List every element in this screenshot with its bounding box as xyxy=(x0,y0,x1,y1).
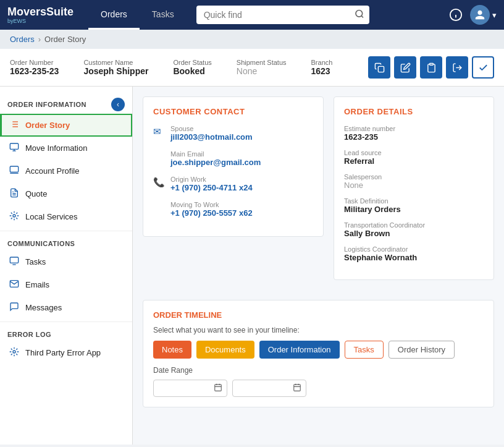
timeline-order-history-button[interactable]: Order History xyxy=(388,341,455,359)
origin-work-label: Origin Work xyxy=(170,176,253,183)
order-info-section-header: ORDER INFORMATION ‹ xyxy=(0,92,132,114)
spouse-details: Spouse jill2003@hotmail.com xyxy=(170,125,253,142)
logo: MoversSuite byEWS xyxy=(7,6,74,24)
task-definition-row: Task Definition Military Orders xyxy=(344,197,484,214)
content-columns: CUSTOMER CONTACT ✉ Spouse jill2003@hotma… xyxy=(133,87,504,300)
nav-tab-orders[interactable]: Orders xyxy=(88,1,140,30)
content-left: CUSTOMER CONTACT ✉ Spouse jill2003@hotma… xyxy=(143,96,324,290)
account-icon xyxy=(9,165,19,177)
order-status-value: Booked xyxy=(173,66,211,76)
customer-contact-card: CUSTOMER CONTACT ✉ Spouse jill2003@hotma… xyxy=(143,96,324,237)
copy-button[interactable] xyxy=(368,56,390,79)
edit-button[interactable] xyxy=(394,56,416,79)
date-from-input[interactable] xyxy=(153,380,227,397)
shipment-status-field: Shipment Status None xyxy=(237,59,287,76)
svg-rect-17 xyxy=(10,166,18,172)
customer-name-value: Joseph Shipper xyxy=(83,66,148,76)
email-icon xyxy=(9,279,19,291)
svg-rect-5 xyxy=(378,66,384,72)
breadcrumb-current: Order Story xyxy=(44,35,86,44)
search-button[interactable] xyxy=(355,9,364,21)
lead-source-value: Referral xyxy=(344,156,484,166)
contact-row-spouse: ✉ Spouse jill2003@hotmail.com xyxy=(153,125,313,142)
customer-name-label: Customer Name xyxy=(83,59,148,66)
timeline-title: ORDER TIMELINE xyxy=(153,310,484,320)
sidebar-item-emails[interactable]: Emails xyxy=(0,273,132,296)
date-from-wrapper xyxy=(153,380,227,397)
timeline-buttons: Notes Documents Order Information Tasks … xyxy=(153,341,484,359)
shipment-status-label: Shipment Status xyxy=(237,59,287,66)
clipboard-button[interactable] xyxy=(420,56,442,79)
svg-rect-22 xyxy=(10,257,18,263)
svg-point-0 xyxy=(356,11,363,17)
move-icon xyxy=(9,142,19,154)
search-input[interactable] xyxy=(196,6,369,24)
sidebar-item-account-profile[interactable]: Account Profile xyxy=(0,160,132,182)
content-area: CUSTOMER CONTACT ✉ Spouse jill2003@hotma… xyxy=(133,87,504,445)
order-header: Order Number 1623-235-23 Customer Name J… xyxy=(0,49,504,87)
svg-point-21 xyxy=(13,215,15,217)
order-number-label: Order Number xyxy=(10,59,59,66)
date-to-wrapper xyxy=(232,380,306,397)
salesperson-value: None xyxy=(344,181,484,190)
sidebar-item-quote-label: Quote xyxy=(25,189,47,198)
lead-source-row: Lead source Referral xyxy=(344,149,484,166)
moving-to-work-value: +1 (970) 250-5557 x62 xyxy=(170,208,253,218)
header-actions xyxy=(368,56,494,79)
transfer-button[interactable] xyxy=(446,56,468,79)
nav-tab-tasks[interactable]: Tasks xyxy=(140,1,187,30)
logo-sub: byEWS xyxy=(7,19,74,24)
logo-text: MoversSuite xyxy=(7,6,74,18)
timeline-tasks-button[interactable]: Tasks xyxy=(345,341,384,359)
sidebar-item-third-party-error[interactable]: Third Party Error App xyxy=(0,341,132,364)
sidebar-item-move-information[interactable]: Move Information xyxy=(0,137,132,160)
date-to-input[interactable] xyxy=(232,380,306,397)
sidebar-item-quote[interactable]: Quote xyxy=(0,182,132,205)
lead-source-label: Lead source xyxy=(344,149,484,156)
svg-point-24 xyxy=(13,351,15,353)
sidebar-collapse-button[interactable]: ‹ xyxy=(111,98,125,111)
main-email-label: Main Email xyxy=(170,150,261,158)
sidebar-item-messages-label: Messages xyxy=(25,303,62,312)
sidebar-item-local-services-label: Local Services xyxy=(25,212,78,221)
date-range-row xyxy=(153,380,484,397)
sidebar-divider-1 xyxy=(0,231,132,231)
logistics-coordinator-row: Logistics Coordinator Stephanie Wornath xyxy=(344,245,484,262)
order-details-card: ORDER DETAILS Estimate number 1623-235 L… xyxy=(334,96,494,280)
branch-label: Branch xyxy=(311,59,333,66)
phone-icon: 📞 xyxy=(153,177,164,188)
task-definition-value: Military Orders xyxy=(344,205,484,214)
sidebar-item-local-services[interactable]: Local Services xyxy=(0,205,132,228)
timeline-documents-button[interactable]: Documents xyxy=(196,341,254,359)
breadcrumb-orders[interactable]: Orders xyxy=(10,35,35,44)
customer-name-field: Customer Name Joseph Shipper xyxy=(83,59,148,76)
logistics-coordinator-label: Logistics Coordinator xyxy=(344,245,484,253)
transportation-coordinator-value: Sally Brown xyxy=(344,229,484,238)
error-icon xyxy=(9,347,19,359)
order-timeline-section: ORDER TIMELINE Select what you want to s… xyxy=(143,300,494,407)
main-layout: ORDER INFORMATION ‹ Order Story Move Inf… xyxy=(0,87,504,445)
search-area xyxy=(196,6,369,24)
sidebar-item-messages[interactable]: Messages xyxy=(0,296,132,319)
date-range-label: Date Range xyxy=(153,366,484,375)
top-navigation: MoversSuite byEWS Orders Tasks ▾ xyxy=(0,0,504,30)
spouse-label: Spouse xyxy=(170,125,253,132)
nav-right: ▾ xyxy=(449,5,497,25)
transportation-coordinator-row: Transportation Coordinator Sally Brown xyxy=(344,221,484,238)
info-button[interactable] xyxy=(449,8,463,22)
timeline-notes-button[interactable]: Notes xyxy=(153,341,191,359)
timeline-order-info-button[interactable]: Order Information xyxy=(259,341,340,359)
origin-work-value: +1 (970) 250-4711 x24 xyxy=(170,183,253,192)
content-right: ORDER DETAILS Estimate number 1623-235 L… xyxy=(334,96,494,290)
task-definition-label: Task Definition xyxy=(344,197,484,205)
sidebar-item-tasks[interactable]: Tasks xyxy=(0,250,132,273)
sidebar-item-third-party-error-label: Third Party Error App xyxy=(25,348,101,357)
avatar-button[interactable]: ▾ xyxy=(470,5,497,25)
sidebar-item-order-story[interactable]: Order Story xyxy=(0,114,132,137)
sidebar: ORDER INFORMATION ‹ Order Story Move Inf… xyxy=(0,87,133,445)
check-button[interactable] xyxy=(472,56,494,79)
moving-to-work-label: Moving To Work xyxy=(170,201,253,208)
avatar-chevron: ▾ xyxy=(492,11,497,20)
avatar xyxy=(470,5,490,25)
order-status-label: Order Status xyxy=(173,59,211,66)
